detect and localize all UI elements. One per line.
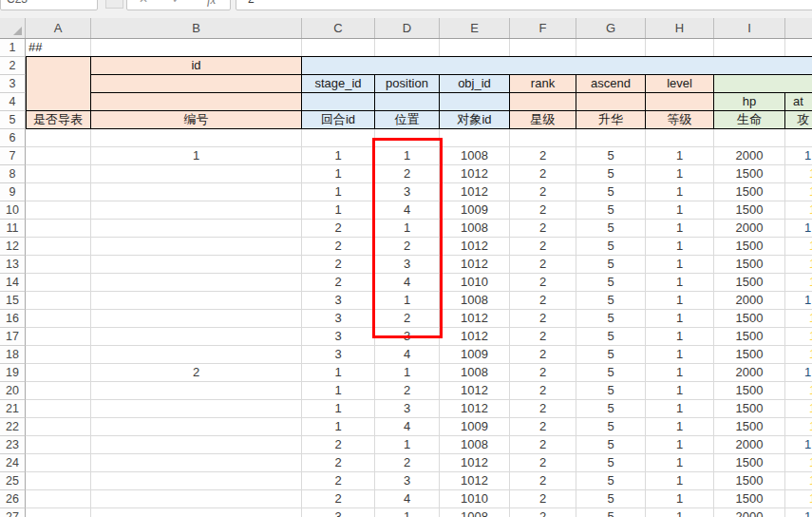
cell-H13[interactable]: 1 (646, 256, 714, 274)
cell-I1[interactable] (714, 39, 785, 57)
cell-E21[interactable]: 1012 (440, 400, 510, 418)
cell-E22[interactable]: 1009 (440, 418, 510, 436)
cell-A16[interactable] (26, 310, 91, 328)
cell-J8[interactable]: 1 (785, 165, 812, 183)
cell-G18[interactable]: 5 (576, 346, 646, 364)
cell-I8[interactable]: 1500 (714, 165, 785, 183)
cell-D26[interactable]: 4 (375, 490, 440, 508)
cell-B14[interactable] (91, 274, 302, 292)
cell-F4[interactable] (510, 93, 576, 111)
cell-E1[interactable] (440, 39, 510, 57)
cell-I20[interactable]: 1500 (714, 382, 785, 400)
cell-C5[interactable]: 回合id (302, 111, 375, 129)
cell-A18[interactable] (26, 346, 91, 364)
cell-D23[interactable]: 1 (375, 436, 440, 454)
cell-D19[interactable]: 1 (375, 364, 440, 382)
cell-J5[interactable]: 攻 (785, 111, 812, 129)
cell-G1[interactable] (576, 39, 646, 57)
cell-C23[interactable]: 2 (302, 436, 375, 454)
cell-A13[interactable] (26, 256, 91, 274)
row-header-10[interactable]: 10 (0, 201, 26, 220)
cell-J10[interactable]: 1 (785, 201, 812, 220)
row-header-5[interactable]: 5 (0, 111, 26, 129)
cell-H1[interactable] (646, 39, 714, 57)
cell-E13[interactable]: 1012 (440, 256, 510, 274)
cell-B23[interactable] (91, 436, 302, 454)
cell-J26[interactable]: 1 (785, 490, 812, 508)
row-header-2[interactable]: 2 (0, 57, 26, 75)
cell-C13[interactable]: 2 (302, 256, 375, 274)
cell-H18[interactable]: 1 (646, 346, 714, 364)
cell-C24[interactable]: 2 (302, 454, 375, 472)
cell-E4[interactable] (440, 93, 510, 111)
cell-F17[interactable]: 2 (510, 328, 576, 346)
cell-H5[interactable]: 等级 (646, 111, 714, 129)
cell-J27[interactable]: 1 (785, 508, 812, 517)
cell-G20[interactable]: 5 (576, 382, 646, 400)
cell-J6[interactable] (785, 129, 812, 147)
cell-B5[interactable]: 编号 (91, 111, 302, 129)
cell-J4[interactable]: at (785, 93, 812, 111)
cell-G10[interactable]: 5 (576, 201, 646, 220)
row-header-8[interactable]: 8 (0, 165, 26, 183)
cell-B16[interactable] (91, 310, 302, 328)
row-header-16[interactable]: 16 (0, 310, 26, 328)
cell-J19[interactable]: 1 (785, 364, 812, 382)
row-header-20[interactable]: 20 (0, 382, 26, 400)
cell-H20[interactable]: 1 (646, 382, 714, 400)
cell-F20[interactable]: 2 (510, 382, 576, 400)
cell-I6[interactable] (714, 129, 785, 147)
cell-J25[interactable]: 1 (785, 472, 812, 490)
cell-I26[interactable]: 1500 (714, 490, 785, 508)
cell-H17[interactable]: 1 (646, 328, 714, 346)
cell-H21[interactable]: 1 (646, 400, 714, 418)
row-header-1[interactable]: 1 (0, 39, 26, 57)
cell-B25[interactable] (91, 472, 302, 490)
cell-F9[interactable]: 2 (510, 183, 576, 201)
row-header-24[interactable]: 24 (0, 454, 26, 472)
cell-I21[interactable]: 1500 (714, 400, 785, 418)
cell-I19[interactable]: 2000 (714, 364, 785, 382)
cell-J13[interactable]: 1 (785, 256, 812, 274)
cell-F23[interactable]: 2 (510, 436, 576, 454)
cell-A9[interactable] (26, 183, 91, 201)
cell-H12[interactable]: 1 (646, 238, 714, 256)
row-header-6[interactable]: 6 (0, 129, 26, 147)
row-header-27[interactable]: 27 (0, 508, 26, 517)
cell-H19[interactable]: 1 (646, 364, 714, 382)
cell-I27[interactable]: 2000 (714, 508, 785, 517)
row-header-22[interactable]: 22 (0, 418, 26, 436)
row-header-19[interactable]: 19 (0, 364, 26, 382)
cell-A8[interactable] (26, 165, 91, 183)
cell-H25[interactable]: 1 (646, 472, 714, 490)
cell-G27[interactable]: 5 (576, 508, 646, 517)
cell-F11[interactable]: 2 (510, 220, 576, 238)
cell-E24[interactable]: 1012 (440, 454, 510, 472)
cell-C4[interactable] (302, 93, 375, 111)
cell-G8[interactable]: 5 (576, 165, 646, 183)
cell-G24[interactable]: 5 (576, 454, 646, 472)
cell-E10[interactable]: 1009 (440, 201, 510, 220)
cell-D10[interactable]: 4 (375, 201, 440, 220)
row-header-18[interactable]: 18 (0, 346, 26, 364)
cell-A1[interactable]: ## (26, 39, 91, 57)
cell-D21[interactable]: 3 (375, 400, 440, 418)
cell-B9[interactable] (91, 183, 302, 201)
cell-A23[interactable] (26, 436, 91, 454)
cell-D15[interactable]: 1 (375, 292, 440, 310)
cell-I23[interactable]: 2000 (714, 436, 785, 454)
cell-B17[interactable] (91, 328, 302, 346)
cell-A12[interactable] (26, 238, 91, 256)
row-header-15[interactable]: 15 (0, 292, 26, 310)
cell-D4[interactable] (375, 93, 440, 111)
cell-F22[interactable]: 2 (510, 418, 576, 436)
cell-A15[interactable] (26, 292, 91, 310)
cell-F16[interactable]: 2 (510, 310, 576, 328)
cell-F15[interactable]: 2 (510, 292, 576, 310)
cell-E14[interactable]: 1010 (440, 274, 510, 292)
cell-F1[interactable] (510, 39, 576, 57)
cell-E16[interactable]: 1012 (440, 310, 510, 328)
cell-G16[interactable]: 5 (576, 310, 646, 328)
cell-I3[interactable] (714, 75, 812, 93)
cell-F21[interactable]: 2 (510, 400, 576, 418)
